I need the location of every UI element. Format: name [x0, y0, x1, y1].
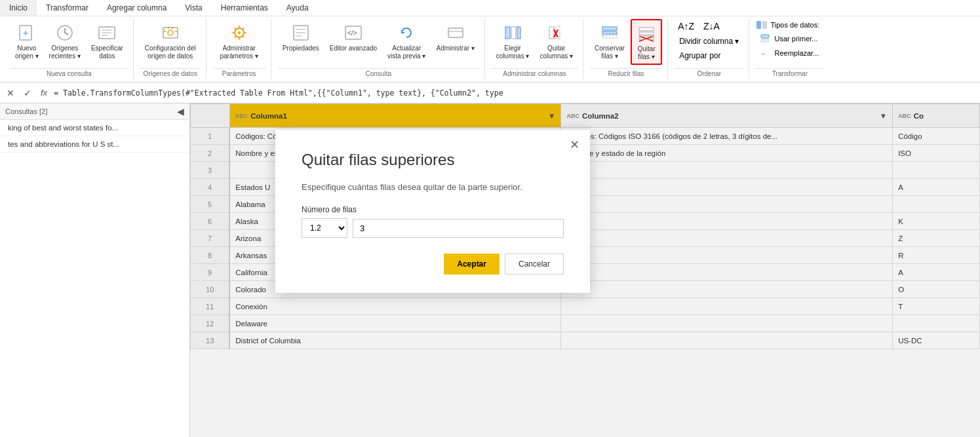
sort-asc-button[interactable]: A↑Z [675, 19, 697, 33]
administrar-parametros-icon [229, 22, 250, 43]
quitar-filas-label: Quitarfilas ▾ [638, 45, 656, 61]
actualizar-vista-label: Actualizarvista previa ▾ [387, 45, 425, 60]
modal-field-label: Número de filas [302, 205, 564, 214]
modal-cancel-button[interactable]: Cancelar [505, 254, 564, 275]
nuevo-origen-button[interactable]: + Nuevoorigen ▾ [10, 19, 43, 64]
configuracion-origen-label: Configuración delorigen de datos [145, 45, 196, 60]
modal-overlay: ✕ Quitar filas superiores Especifique cu… [190, 104, 980, 437]
administrar-button[interactable]: Administrar ▾ [431, 19, 479, 56]
svg-rect-34 [756, 21, 761, 29]
tipos-datos-label: Tipos de datos: [770, 21, 819, 29]
sort-desc-button[interactable]: Z↓A [700, 19, 723, 33]
conservar-filas-icon [599, 22, 620, 43]
tab-ayuda[interactable]: Ayuda [277, 0, 318, 16]
formula-cancel-icon[interactable]: ✕ [4, 86, 17, 100]
modal-description: Especifique cuántas filas desea quitar d… [302, 182, 564, 192]
left-panel-header: Consultas [2] ◀ [0, 104, 189, 120]
origenes-recientes-button[interactable]: Orígenesrecientes ▾ [45, 19, 85, 64]
quitar-columnas-icon [546, 22, 567, 43]
quitar-columnas-button[interactable]: Quitarcolumnas ▾ [535, 19, 578, 64]
svg-text:↔: ↔ [760, 50, 766, 57]
dividir-columna-label: Dividir columna ▾ [679, 37, 739, 46]
especificar-datos-icon [96, 22, 117, 43]
modal-type-select[interactable]: 1.2 [302, 218, 347, 238]
ribbon: Inicio Transformar Agregar columna Vista… [0, 0, 980, 83]
svg-rect-7 [163, 28, 178, 38]
tab-inicio[interactable]: Inicio [0, 0, 37, 16]
usar-primer-button[interactable]: Usar primer... [756, 32, 822, 45]
usar-primer-icon [760, 34, 770, 43]
svg-rect-28 [602, 35, 617, 38]
svg-rect-20 [511, 27, 516, 39]
actualizar-vista-button[interactable]: Actualizarvista previa ▾ [383, 19, 430, 64]
nuevo-origen-label: Nuevoorigen ▾ [15, 45, 39, 60]
nuevo-origen-icon: + [16, 22, 37, 43]
group-reducir-filas: Conservarfilas ▾ Quitarfilas ▾ Reducir f… [585, 19, 668, 79]
quitar-filas-button[interactable]: Quitarfilas ▾ [631, 19, 662, 65]
propiedades-icon [290, 22, 311, 43]
tab-agregar-columna[interactable]: Agregar columna [98, 0, 176, 16]
agrupar-por-button[interactable]: Agrupar por [675, 49, 725, 62]
elegir-columnas-button[interactable]: Elegircolumnas ▾ [492, 19, 534, 64]
main-area: Consultas [2] ◀ king of best and worst s… [0, 104, 980, 437]
administrar-label: Administrar ▾ [436, 45, 474, 52]
modal-close-button[interactable]: ✕ [570, 138, 579, 152]
formula-bar-input[interactable]: = Table.TransformColumnTypes(#"Extracted… [54, 88, 976, 98]
conservar-filas-button[interactable]: Conservarfilas ▾ [590, 19, 629, 64]
modal-dialog: ✕ Quitar filas superiores Especifique cu… [275, 130, 590, 293]
especificar-datos-button[interactable]: Especificardatos [87, 19, 128, 64]
configuracion-origen-button[interactable]: Configuración delorigen de datos [140, 19, 201, 64]
group-reducir-filas-label: Reducir filas [590, 68, 662, 79]
origenes-recientes-icon [54, 22, 75, 43]
group-administrar-columnas: Elegircolumnas ▾ Quitarcolumnas ▾ Admini… [486, 19, 583, 79]
svg-rect-30 [639, 32, 654, 35]
group-consulta-items: Propiedades </> Editor avanzado Actualiz… [278, 19, 479, 68]
modal-accept-button[interactable]: Aceptar [444, 254, 500, 275]
propiedades-button[interactable]: Propiedades [278, 19, 324, 56]
svg-rect-37 [761, 39, 769, 42]
svg-rect-35 [762, 21, 767, 29]
svg-rect-22 [549, 27, 554, 39]
group-ordenar-items: A↑Z Z↓A Dividir columna ▾ Agrupar por [675, 19, 743, 68]
editor-avanzado-button[interactable]: </> Editor avanzado [325, 19, 382, 56]
svg-rect-27 [602, 31, 617, 34]
group-ordenar-label: Ordenar [675, 68, 743, 79]
group-administrar-columnas-label: Administrar columnas [492, 68, 578, 79]
tab-vista[interactable]: Vista [176, 0, 211, 16]
tipos-datos-icon [756, 19, 768, 31]
table-area: ABC Columna1 ▼ ABC Columna2 ▼ [190, 104, 980, 437]
left-panel-item-1[interactable]: tes and abbreviations for U S st... [0, 136, 189, 153]
elegir-columnas-icon [502, 22, 523, 43]
sort-desc-icon: Z↓A [703, 21, 720, 31]
group-nueva-consulta-items: + Nuevoorigen ▾ Orígenesrecientes ▾ Espe… [10, 19, 128, 68]
sort-buttons-row: A↑Z Z↓A [675, 19, 723, 33]
tab-herramientas[interactable]: Herramientas [212, 0, 277, 16]
administrar-parametros-button[interactable]: Administrarparámetros ▾ [213, 19, 265, 64]
group-transformar-label: Transformar [756, 68, 823, 79]
group-nueva-consulta: + Nuevoorigen ▾ Orígenesrecientes ▾ Espe… [5, 19, 134, 79]
group-consulta-label: Consulta [278, 68, 479, 79]
configuracion-origen-icon [160, 22, 181, 43]
propiedades-label: Propiedades [283, 45, 319, 52]
left-panel-collapse-button[interactable]: ◀ [177, 106, 184, 117]
quitar-filas-icon [636, 23, 657, 44]
left-panel-item-0[interactable]: king of best and worst states fo... [0, 120, 189, 136]
dividir-columna-button[interactable]: Dividir columna ▾ [675, 35, 743, 48]
especificar-datos-label: Especificardatos [91, 45, 123, 60]
formula-confirm-icon[interactable]: ✓ [21, 86, 34, 100]
modal-rows-input[interactable] [353, 219, 564, 238]
svg-rect-17 [448, 28, 463, 37]
formula-bar: ✕ ✓ fx = Table.TransformColumnTypes(#"Ex… [0, 83, 980, 104]
group-consulta: Propiedades </> Editor avanzado Actualiz… [273, 19, 485, 79]
svg-rect-26 [602, 27, 617, 30]
tab-transformar[interactable]: Transformar [37, 0, 98, 16]
group-ordenar: A↑Z Z↓A Dividir columna ▾ Agrupar por Or… [669, 19, 749, 79]
group-parametros: Administrarparámetros ▾ Parámetros [208, 19, 271, 79]
reemplazar-button[interactable]: ↔ Reemplazar... [756, 47, 823, 60]
group-transformar-items: Tipos de datos: Usar primer... ↔ Reempla… [756, 19, 823, 68]
left-panel: Consultas [2] ◀ king of best and worst s… [0, 104, 190, 437]
origenes-recientes-label: Orígenesrecientes ▾ [49, 45, 81, 60]
left-panel-title: Consultas [2] [5, 107, 47, 115]
administrar-parametros-label: Administrarparámetros ▾ [220, 45, 258, 60]
svg-rect-19 [505, 27, 510, 39]
